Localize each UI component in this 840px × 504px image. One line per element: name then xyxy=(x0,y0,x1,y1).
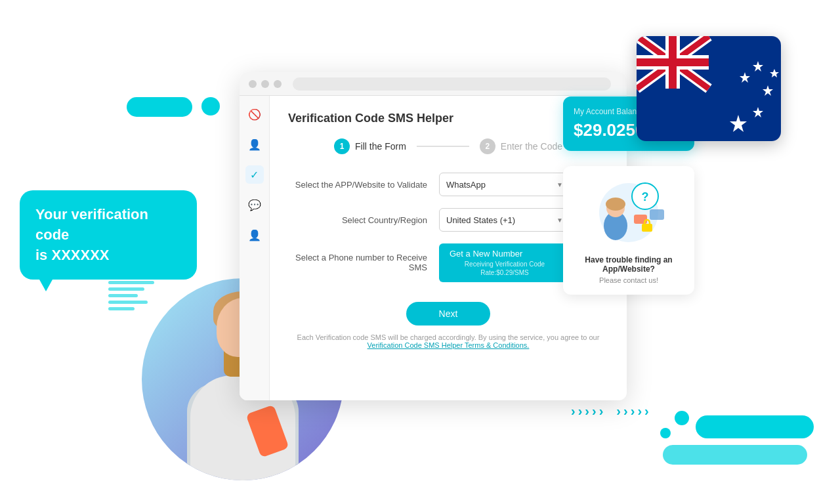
help-illustration: ? xyxy=(574,177,684,249)
next-button-wrapper: Next xyxy=(288,302,608,326)
dropdown-country-value: United States (+1) xyxy=(446,215,515,225)
form-label-phone: Select a Phone number to Receive SMS xyxy=(288,253,439,272)
step-divider xyxy=(417,146,469,147)
form-label-country: Select Country/Region xyxy=(288,215,439,225)
browser-titlebar xyxy=(240,72,627,96)
decor-shape-br xyxy=(696,415,814,438)
chevron-4: › xyxy=(592,404,597,419)
decor-dot-br1 xyxy=(675,411,689,425)
url-bar xyxy=(293,77,611,91)
svg-rect-7 xyxy=(650,209,664,220)
speech-line2: is XXXXXX xyxy=(35,247,110,263)
chevrons-row: › › › › › › › › › › xyxy=(571,404,649,419)
sidebar-icon-message[interactable]: 💬 xyxy=(245,196,264,214)
form-label-app: Select the APP/Website to Validate xyxy=(288,180,439,190)
decor-dot-br2 xyxy=(660,428,671,438)
sidebar: 🚫 👤 ✓ 💬 👤 xyxy=(240,96,270,400)
sidebar-icon-profile[interactable]: 👤 xyxy=(245,226,264,244)
dropdown-app-arrow: ▼ xyxy=(556,181,563,188)
steps-bar: 1 Fill the Form 2 Enter the Code xyxy=(288,138,608,154)
chevron-3: › xyxy=(585,404,589,419)
get-number-label: Get a New Number xyxy=(450,249,522,260)
chevron-5: › xyxy=(599,404,604,419)
chevron-1: › xyxy=(571,404,576,419)
chevron-2: › xyxy=(578,404,583,419)
step-2-label: Enter the Code xyxy=(501,141,562,152)
dropdown-country-arrow: ▼ xyxy=(556,217,563,224)
terms-text: Each Verification code SMS will be charg… xyxy=(288,333,608,349)
page-title: Verification Code SMS Helper xyxy=(288,112,608,125)
step-1: 1 Fill the Form xyxy=(334,138,406,154)
next-button-label: Next xyxy=(439,308,458,319)
svg-rect-17 xyxy=(637,58,709,66)
form-row-phone: Select a Phone number to Receive SMS Get… xyxy=(288,243,608,282)
dropdown-app[interactable]: WhatsApp ▼ xyxy=(439,173,570,196)
svg-text:?: ? xyxy=(642,190,649,203)
sidebar-icon-check[interactable]: ✓ xyxy=(245,165,264,184)
step-2-circle: 2 xyxy=(480,138,495,154)
get-number-sublabel: Receiving Verification Code Rate:$0.29/S… xyxy=(450,260,560,277)
decor-circle xyxy=(201,97,220,116)
decor-pill xyxy=(127,97,192,117)
step-1-label: Fill the Form xyxy=(355,141,406,152)
chevron-10: › xyxy=(644,404,649,419)
chevron-7: › xyxy=(623,404,628,419)
traffic-dot-yellow xyxy=(261,80,269,88)
terms-link[interactable]: Verification Code SMS Helper Terms & Con… xyxy=(368,341,530,349)
step-2: 2 Enter the Code xyxy=(480,138,562,154)
speech-line1: Your verification code xyxy=(35,206,148,243)
sidebar-icon-account[interactable]: 👤 xyxy=(245,135,264,154)
chevron-9: › xyxy=(637,404,642,419)
chevron-6: › xyxy=(616,404,621,419)
sidebar-icon-block[interactable]: 🚫 xyxy=(245,105,264,123)
australia-flag xyxy=(637,36,781,141)
help-title: Have trouble finding an App/Website? xyxy=(574,255,684,274)
decor-shape-br2 xyxy=(663,445,807,465)
step-1-circle: 1 xyxy=(334,138,350,154)
dropdown-country[interactable]: United States (+1) ▼ xyxy=(439,208,570,232)
form-row-country: Select Country/Region United States (+1)… xyxy=(288,208,608,232)
dropdown-app-value: WhatsApp xyxy=(446,180,486,190)
speech-bubble: Your verification code is XXXXXX xyxy=(20,190,197,280)
help-panel: ? Have trouble finding an App/Website? P… xyxy=(563,166,694,295)
traffic-dot-red xyxy=(249,80,257,88)
get-number-button[interactable]: Get a New Number Receiving Verification … xyxy=(439,243,570,282)
svg-rect-8 xyxy=(642,224,652,232)
traffic-dot-green xyxy=(274,80,282,88)
next-button[interactable]: Next xyxy=(406,302,491,326)
help-subtitle: Please contact us! xyxy=(574,276,684,284)
help-svg: ? xyxy=(576,177,681,249)
chevron-8: › xyxy=(631,404,635,419)
svg-point-3 xyxy=(606,198,625,211)
terms-prefix: Each Verification code SMS will be charg… xyxy=(297,333,600,341)
form-row-app: Select the APP/Website to Validate Whats… xyxy=(288,173,608,196)
flag-svg xyxy=(637,36,781,141)
